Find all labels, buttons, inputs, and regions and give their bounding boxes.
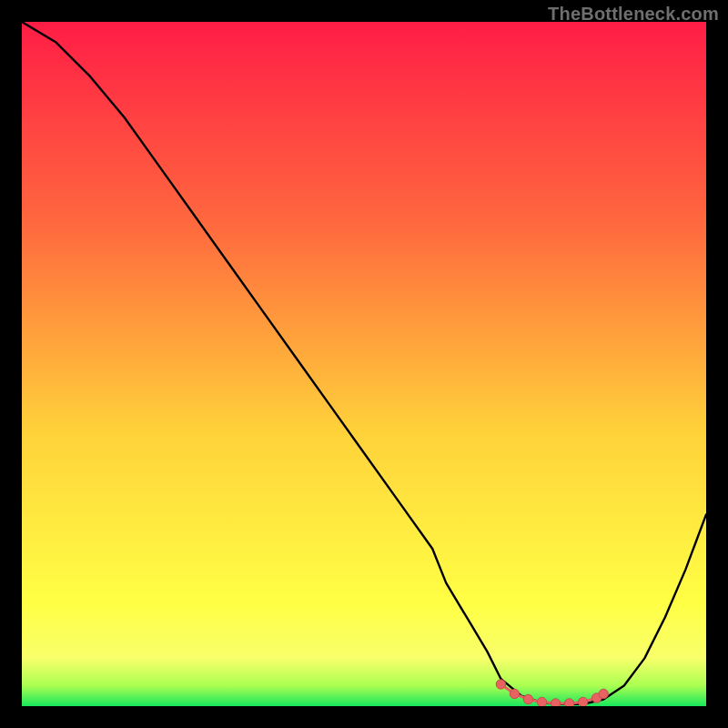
watermark-text: TheBottleneck.com xyxy=(548,4,719,25)
marker-dot xyxy=(551,699,560,706)
plot-area xyxy=(22,22,706,706)
marker-dot xyxy=(564,699,573,706)
chart-svg xyxy=(22,22,706,706)
marker-dot xyxy=(599,689,608,698)
gradient-background xyxy=(22,22,706,706)
chart-container: TheBottleneck.com xyxy=(0,0,728,728)
marker-dot xyxy=(496,680,505,689)
marker-dot xyxy=(510,689,519,698)
marker-dot xyxy=(523,694,532,703)
marker-dot xyxy=(537,697,546,706)
marker-dot xyxy=(578,697,587,706)
